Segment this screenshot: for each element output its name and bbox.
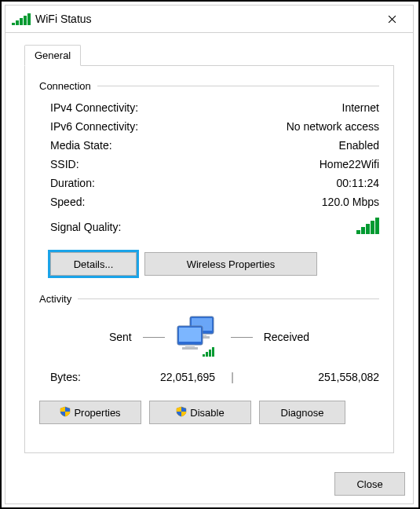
- titlebar: WiFi Status: [5, 5, 413, 33]
- speed-label: Speed:: [50, 196, 85, 208]
- speed-value: 120.0 Mbps: [322, 196, 379, 208]
- bytes-label: Bytes:: [50, 371, 122, 383]
- ipv4-value: Internet: [342, 101, 379, 114]
- ipv6-label: IPv6 Connectivity:: [50, 120, 138, 133]
- close-button[interactable]: Close: [334, 472, 405, 496]
- activity-group: Activity Sent: [39, 293, 379, 383]
- shield-icon: [176, 406, 187, 419]
- window-close-button[interactable]: [375, 7, 408, 31]
- media-state-label: Media State:: [50, 139, 112, 152]
- duration-value: 00:11:24: [337, 177, 380, 189]
- bytes-sent-value: 22,051,695: [122, 371, 215, 383]
- row-signal-quality: Signal Quality:: [50, 211, 379, 243]
- wifi-signal-icon: [12, 13, 31, 25]
- window-title: WiFi Status: [35, 13, 375, 25]
- row-ipv4: IPv4 Connectivity: Internet: [50, 98, 379, 117]
- connection-rows: IPv4 Connectivity: Internet IPv6 Connect…: [50, 98, 379, 243]
- row-duration: Duration: 00:11:24: [50, 174, 379, 192]
- row-speed: Speed: 120.0 Mbps: [50, 192, 379, 211]
- bytes-divider: |: [215, 371, 250, 383]
- row-media-state: Media State: Enabled: [50, 136, 379, 155]
- wireless-properties-button[interactable]: Wireless Properties: [144, 252, 317, 276]
- bytes-received-value: 251,558,082: [250, 371, 379, 383]
- activity-icons-row: Sent: [39, 311, 379, 363]
- signal-quality-value: [356, 218, 379, 236]
- footer: Close: [5, 464, 413, 504]
- connection-button-row: Details... Wireless Properties: [50, 252, 379, 276]
- activity-group-header: Activity: [39, 293, 379, 305]
- window-body: General Connection IPv4 Connectivity: In…: [5, 33, 413, 464]
- disable-button[interactable]: Disable: [149, 401, 251, 424]
- screenshot-frame: WiFi Status General Connection IPv4 Conn…: [0, 0, 420, 509]
- connection-header-label: Connection: [39, 80, 91, 92]
- shield-icon: [60, 406, 71, 419]
- row-ssid: SSID: Home22Wifi: [50, 155, 379, 174]
- properties-button[interactable]: Properties: [39, 401, 141, 424]
- activity-header-label: Activity: [39, 293, 71, 305]
- wifi-status-window: WiFi Status General Connection IPv4 Conn…: [5, 5, 414, 504]
- bytes-row: Bytes: 22,051,695 | 251,558,082: [50, 371, 379, 383]
- tab-general[interactable]: General: [24, 45, 81, 66]
- signal-bars-icon: [356, 218, 379, 234]
- ipv4-label: IPv4 Connectivity:: [50, 101, 138, 114]
- sent-label: Sent: [109, 331, 132, 343]
- svg-rect-11: [212, 347, 214, 357]
- media-state-value: Enabled: [339, 139, 379, 152]
- network-monitors-icon: [176, 315, 220, 359]
- svg-rect-10: [209, 350, 211, 357]
- properties-button-label: Properties: [74, 407, 120, 419]
- signal-quality-label: Signal Quality:: [50, 221, 121, 233]
- svg-rect-5: [179, 328, 201, 342]
- received-label: Received: [264, 331, 309, 343]
- ssid-value: Home22Wifi: [320, 158, 379, 170]
- row-ipv6: IPv6 Connectivity: No network access: [50, 117, 379, 136]
- svg-rect-9: [206, 352, 208, 357]
- disable-button-label: Disable: [190, 407, 224, 419]
- duration-label: Duration:: [50, 177, 95, 189]
- ssid-label: SSID:: [50, 158, 79, 170]
- action-button-row: Properties Disable Diagnose: [39, 401, 379, 424]
- svg-rect-6: [185, 345, 195, 347]
- svg-rect-7: [182, 347, 198, 350]
- details-button[interactable]: Details...: [50, 252, 137, 276]
- svg-rect-8: [203, 354, 205, 357]
- diagnose-button[interactable]: Diagnose: [259, 401, 345, 424]
- tab-strip: General: [24, 46, 394, 66]
- ipv6-value: No network access: [287, 120, 379, 133]
- connection-group-header: Connection: [39, 80, 379, 92]
- general-panel: Connection IPv4 Connectivity: Internet I…: [24, 66, 394, 453]
- close-icon: [388, 15, 396, 24]
